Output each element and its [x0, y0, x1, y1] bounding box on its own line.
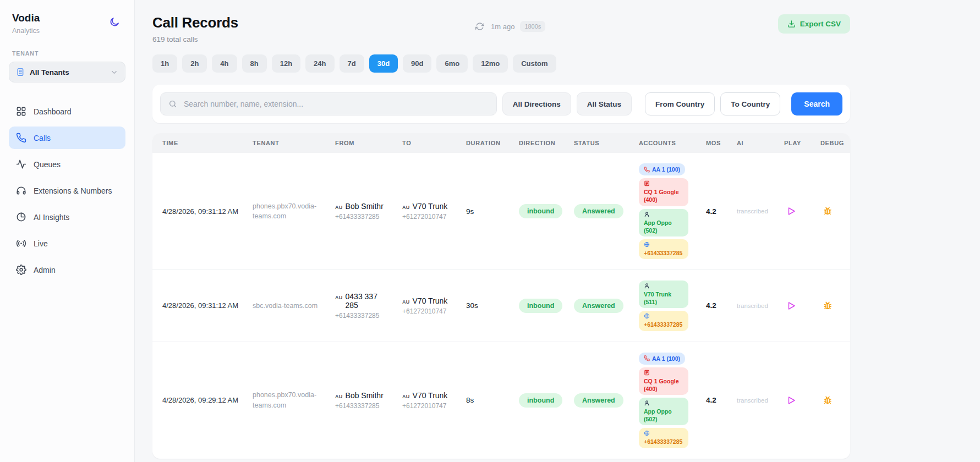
account-badge-globe: +61433337285	[639, 428, 688, 448]
cell-accounts: V70 Trunk (511)+61433337285	[632, 270, 699, 342]
building-icon	[16, 68, 25, 76]
insights-icon	[16, 212, 26, 222]
tenant-selector[interactable]: All Tenants	[9, 62, 125, 82]
sidebar-item-label: Admin	[34, 266, 56, 274]
time-filter-8h[interactable]: 8h	[242, 54, 267, 73]
country-code: AU	[402, 299, 410, 305]
column-header-status: STATUS	[567, 133, 632, 153]
sidebar-item-admin[interactable]: Admin	[9, 258, 125, 281]
cell-status: Answered	[567, 153, 632, 270]
sidebar-item-live[interactable]: Live	[9, 232, 125, 255]
column-header-from: FROM	[329, 133, 396, 153]
cell-ai: transcribed	[730, 270, 778, 342]
sidebar-item-label: Queues	[34, 160, 61, 169]
country-code: AU	[335, 295, 343, 300]
refresh-button[interactable]	[474, 21, 485, 32]
country-code: AU	[402, 205, 410, 210]
broadcast-icon	[16, 238, 26, 249]
country-code: AU	[335, 205, 343, 210]
all-directions-filter[interactable]: All Directions	[502, 92, 571, 116]
sidebar-item-label: AI Insights	[34, 213, 69, 222]
headset-icon	[16, 185, 26, 196]
call-record-row[interactable]: 4/28/2026, 09:29:12 AMphones.pbx70.vodia…	[152, 342, 850, 459]
call-record-row[interactable]: 4/28/2026, 09:31:12 AMsbc.vodia-teams.co…	[152, 270, 850, 342]
direction-badge: inbound	[519, 393, 562, 408]
cell-mos: 4.2	[699, 342, 730, 459]
cell-time: 4/28/2026, 09:29:12 AM	[152, 342, 246, 459]
cell-debug	[814, 342, 850, 459]
cell-direction: inbound	[512, 270, 567, 342]
time-filter-7d[interactable]: 7d	[340, 54, 364, 73]
cell-duration: 30s	[459, 270, 512, 342]
from-country-filter[interactable]: From Country	[645, 92, 715, 116]
debug-button[interactable]	[820, 299, 835, 313]
time-filter-1h[interactable]: 1h	[152, 54, 177, 73]
sidebar-item-queues[interactable]: Queues	[9, 153, 125, 175]
account-badge-globe: +61433337285	[639, 311, 688, 331]
export-csv-button[interactable]: Export CSV	[778, 14, 850, 34]
time-filter-custom[interactable]: Custom	[513, 54, 556, 73]
cell-to: AUV70 Trunk+61272010747	[396, 342, 459, 459]
status-badge: Answered	[574, 299, 623, 313]
sidebar-item-dashboard[interactable]: Dashboard	[9, 100, 125, 123]
call-record-row[interactable]: 4/28/2026, 09:31:12 AMphones.pbx70.vodia…	[152, 153, 850, 270]
column-header-tenant: TENANT	[246, 133, 329, 153]
time-filter-12mo[interactable]: 12mo	[473, 54, 508, 73]
time-filter-4h[interactable]: 4h	[212, 54, 237, 73]
play-button[interactable]	[784, 204, 798, 218]
column-header-accounts: ACCOUNTS	[632, 133, 699, 153]
gear-icon	[16, 265, 26, 275]
search-icon	[168, 100, 177, 108]
cell-mos: 4.2	[699, 270, 730, 342]
cell-time: 4/28/2026, 09:31:12 AM	[152, 270, 246, 342]
sidebar-item-ai-insights[interactable]: AI Insights	[9, 206, 125, 228]
cell-duration: 9s	[459, 153, 512, 270]
refresh-icon	[475, 22, 484, 31]
time-filter-30d[interactable]: 30d	[369, 54, 398, 73]
cell-debug	[814, 270, 850, 342]
cell-play	[778, 153, 814, 270]
time-filter-90d[interactable]: 90d	[403, 54, 431, 73]
cell-time: 4/28/2026, 09:31:12 AM	[152, 153, 246, 270]
time-range-filter: 1h2h4h8h12h24h7d30d90d6mo12moCustom	[152, 54, 850, 73]
refresh-status: 1m ago 1800s	[474, 21, 545, 32]
cell-direction: inbound	[512, 342, 567, 459]
all-status-filter[interactable]: All Status	[577, 92, 632, 116]
time-filter-24h[interactable]: 24h	[305, 54, 334, 73]
main-content: Call Records 619 total calls 1m ago 1800…	[135, 0, 980, 462]
column-header-time: TIME	[152, 133, 246, 153]
page-header: Call Records 619 total calls 1m ago 1800…	[152, 14, 850, 43]
sidebar-item-calls[interactable]: Calls	[9, 127, 125, 149]
time-filter-12h[interactable]: 12h	[272, 54, 300, 73]
cell-mos: 4.2	[699, 153, 730, 270]
cell-to: AUV70 Trunk+61272010747	[396, 153, 459, 270]
time-filter-2h[interactable]: 2h	[182, 54, 207, 73]
cell-play	[778, 342, 814, 459]
account-badge-phone: AA 1 (100)	[639, 353, 685, 365]
cell-status: Answered	[567, 270, 632, 342]
country-code: AU	[335, 394, 343, 399]
play-button[interactable]	[784, 393, 798, 408]
activity-icon	[16, 159, 26, 169]
search-button[interactable]: Search	[791, 92, 842, 116]
sidebar-item-extensions[interactable]: Extensions & Numbers	[9, 179, 125, 202]
dark-mode-toggle[interactable]	[107, 14, 122, 30]
cell-from: AUBob Smithr+61433337285	[329, 342, 396, 459]
search-input[interactable]	[183, 99, 489, 109]
account-badge-globe: +61433337285	[639, 239, 688, 259]
time-filter-6mo[interactable]: 6mo	[436, 54, 468, 73]
account-badge-person: App Oppo (502)	[639, 398, 688, 425]
brand-title: Vodia	[12, 12, 40, 24]
debug-button[interactable]	[820, 204, 835, 218]
cell-status: Answered	[567, 342, 632, 459]
phone-icon	[16, 133, 26, 143]
play-button[interactable]	[784, 299, 798, 313]
sidebar-item-label: Calls	[34, 134, 51, 142]
to-country-filter[interactable]: To Country	[720, 92, 780, 116]
direction-badge: inbound	[519, 299, 562, 313]
direction-badge: inbound	[519, 204, 562, 218]
debug-button[interactable]	[820, 393, 835, 408]
download-icon	[787, 20, 796, 28]
column-header-debug: DEBUG	[814, 133, 850, 153]
account-badge-phone: AA 1 (100)	[639, 163, 685, 175]
